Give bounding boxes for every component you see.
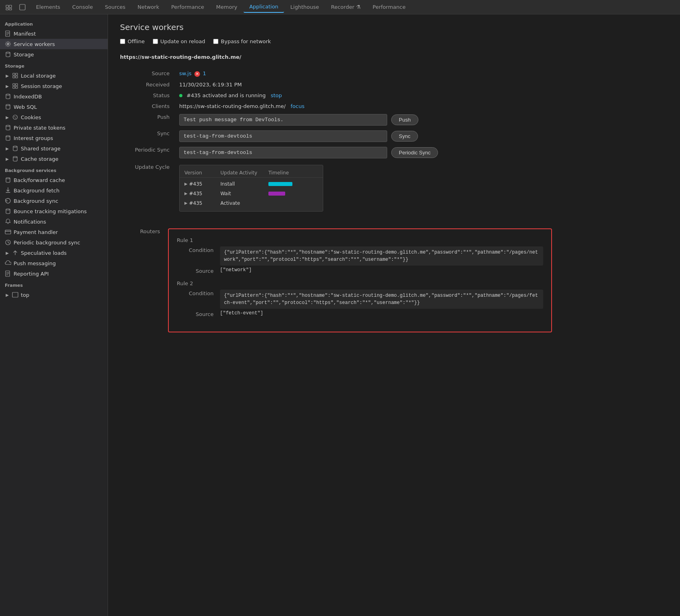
expand-arrow-speculative: ▶ bbox=[5, 250, 10, 255]
sidebar-item-bg-sync[interactable]: Background sync bbox=[0, 196, 108, 206]
sidebar-item-indexeddb-label: IndexedDB bbox=[14, 94, 42, 100]
svg-point-7 bbox=[6, 52, 10, 53]
sidebar-item-bounce-tracking-label: Bounce tracking mitigations bbox=[14, 208, 87, 214]
offline-checkbox[interactable] bbox=[120, 39, 125, 44]
inspect-icon[interactable] bbox=[17, 2, 28, 13]
rule-2-title: Rule 2 bbox=[177, 280, 543, 286]
tab-console[interactable]: Console bbox=[67, 2, 99, 12]
cylinder-icon5 bbox=[5, 135, 11, 141]
sidebar-item-reporting-label: Reporting API bbox=[14, 271, 49, 277]
sidebar-item-payment[interactable]: Payment handler bbox=[0, 227, 108, 237]
periodic-sync-label: Periodic Sync bbox=[120, 144, 176, 161]
sidebar-item-websql[interactable]: Web SQL bbox=[0, 102, 108, 112]
sidebar-item-cookies[interactable]: ▶ Cookies bbox=[0, 112, 108, 122]
update-on-reload-option[interactable]: Update on reload bbox=[153, 38, 205, 44]
page-title: Service workers bbox=[120, 22, 668, 32]
source-label: Source bbox=[120, 68, 176, 79]
tab-memory[interactable]: Memory bbox=[210, 2, 243, 12]
periodic-sync-input[interactable] bbox=[179, 147, 387, 158]
tab-performance[interactable]: Performance bbox=[166, 2, 210, 12]
tab-bar: Elements Console Sources Network Perform… bbox=[0, 0, 680, 14]
sidebar-item-push-messaging[interactable]: Push messaging bbox=[0, 258, 108, 268]
tab-recorder[interactable]: Recorder ⚗ bbox=[326, 2, 366, 12]
sidebar-item-speculative[interactable]: ▶ Speculative loads bbox=[0, 248, 108, 258]
tab-performance2[interactable]: Performance bbox=[367, 2, 411, 12]
offline-option[interactable]: Offline bbox=[120, 38, 145, 44]
bypass-for-network-option[interactable]: Bypass for network bbox=[213, 38, 271, 44]
grid-icon2 bbox=[12, 83, 18, 89]
sidebar-item-manifest[interactable]: Manifest bbox=[0, 28, 108, 39]
uc-row-activate[interactable]: ▶ #435 Activate bbox=[180, 198, 323, 208]
section-frames-label: Frames bbox=[0, 279, 108, 290]
sidebar-item-back-forward[interactable]: Back/forward cache bbox=[0, 175, 108, 185]
stop-link[interactable]: stop bbox=[271, 92, 282, 98]
routers-section: Routers Rule 1 Condition {"urlPattern":{… bbox=[120, 222, 668, 332]
card-icon bbox=[5, 229, 11, 235]
bar-install bbox=[268, 182, 292, 186]
clock-icon bbox=[5, 239, 11, 246]
sidebar: Application Manifest Service workers bbox=[0, 14, 108, 616]
rule-1-source-value: ["network"] bbox=[220, 267, 543, 274]
svg-point-23 bbox=[6, 136, 10, 137]
rule-2-source-value: ["fetch-event"] bbox=[220, 310, 543, 317]
uc-version-label-1: #435 bbox=[189, 181, 202, 187]
main-layout: Application Manifest Service workers bbox=[0, 14, 680, 616]
section-bg-services-label: Background services bbox=[0, 164, 108, 175]
svg-rect-0 bbox=[6, 5, 8, 8]
sidebar-item-cache-storage[interactable]: ▶ Cache storage bbox=[0, 154, 108, 164]
push-input[interactable] bbox=[179, 114, 387, 126]
status-row: Status #435 activated and is running sto… bbox=[120, 90, 668, 101]
sidebar-item-private-state[interactable]: Private state tokens bbox=[0, 122, 108, 133]
devtools-menu-icon[interactable] bbox=[3, 2, 14, 13]
source-link[interactable]: sw.js bbox=[179, 70, 192, 76]
sidebar-item-bg-sync-label: Background sync bbox=[14, 198, 58, 204]
bypass-for-network-checkbox[interactable] bbox=[213, 39, 218, 44]
source-error-number[interactable]: 1 bbox=[203, 70, 206, 76]
uc-row-wait[interactable]: ▶ #435 Wait bbox=[180, 189, 323, 198]
offline-label: Offline bbox=[128, 38, 145, 44]
update-on-reload-checkbox[interactable] bbox=[153, 39, 158, 44]
periodic-sync-input-row: Periodic Sync bbox=[179, 147, 665, 158]
uc-arrow-1: ▶ bbox=[184, 182, 188, 186]
source-value: sw.js ✕ 1 bbox=[176, 68, 668, 79]
sidebar-item-bounce-tracking[interactable]: Bounce tracking mitigations bbox=[0, 206, 108, 216]
sync-icon bbox=[5, 198, 11, 204]
rule-2-condition-value: {"urlPattern":{"hash":"*","hostname":"sw… bbox=[220, 290, 543, 309]
bar-wait bbox=[268, 192, 285, 196]
sidebar-item-bg-fetch[interactable]: Background fetch bbox=[0, 185, 108, 196]
svg-point-22 bbox=[6, 125, 10, 126]
sidebar-item-shared-storage[interactable]: ▶ Shared storage bbox=[0, 143, 108, 154]
bell-icon bbox=[5, 218, 11, 225]
sidebar-item-storage[interactable]: Storage bbox=[0, 49, 108, 60]
uc-activity-3: Activate bbox=[220, 200, 268, 206]
update-cycle-label: Update Cycle bbox=[120, 161, 176, 214]
sync-input[interactable] bbox=[179, 130, 387, 142]
cylinder-icon9 bbox=[5, 208, 11, 214]
arrow-up-icon bbox=[12, 250, 18, 256]
sidebar-item-reporting[interactable]: Reporting API bbox=[0, 268, 108, 279]
sidebar-item-service-workers[interactable]: Service workers bbox=[0, 39, 108, 49]
main-content: Service workers Offline Update on reload… bbox=[108, 14, 680, 616]
uc-row-install[interactable]: ▶ #435 Install bbox=[180, 179, 323, 189]
sidebar-item-session-storage[interactable]: ▶ Session storage bbox=[0, 81, 108, 91]
sidebar-item-periodic-bg-sync[interactable]: Periodic background sync bbox=[0, 237, 108, 248]
tab-elements[interactable]: Elements bbox=[30, 2, 66, 12]
tab-network[interactable]: Network bbox=[132, 2, 165, 12]
sidebar-item-indexeddb[interactable]: IndexedDB bbox=[0, 91, 108, 102]
sync-button[interactable]: Sync bbox=[391, 131, 418, 142]
sidebar-item-local-storage[interactable]: ▶ Local storage bbox=[0, 70, 108, 81]
rule-2-condition-key: Condition bbox=[177, 290, 217, 309]
push-button[interactable]: Push bbox=[391, 114, 418, 125]
tab-application[interactable]: Application bbox=[244, 1, 284, 13]
tab-sources[interactable]: Sources bbox=[99, 2, 131, 12]
tab-lighthouse[interactable]: Lighthouse bbox=[285, 2, 325, 12]
section-storage-label: Storage bbox=[0, 60, 108, 70]
focus-link[interactable]: focus bbox=[291, 103, 305, 109]
uc-version-label-3: #435 bbox=[189, 200, 202, 206]
sidebar-item-notifications[interactable]: Notifications bbox=[0, 216, 108, 227]
periodic-sync-button[interactable]: Periodic Sync bbox=[391, 147, 438, 158]
sidebar-item-interest-groups[interactable]: Interest groups bbox=[0, 133, 108, 143]
sidebar-item-payment-label: Payment handler bbox=[14, 229, 58, 235]
sidebar-item-top-frame[interactable]: ▶ top bbox=[0, 290, 108, 300]
source-row: Source sw.js ✕ 1 bbox=[120, 68, 668, 79]
